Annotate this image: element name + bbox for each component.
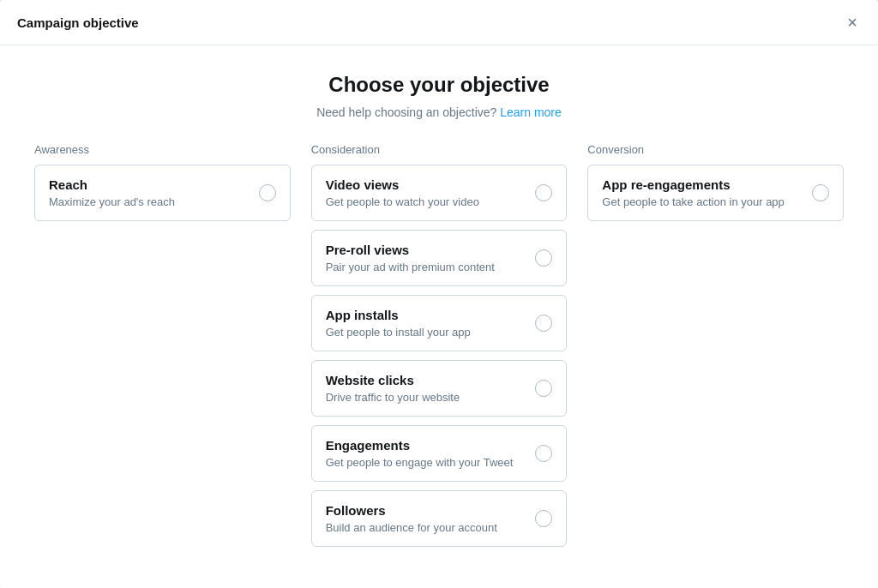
option-text: Video viewsGet people to watch your vide… (326, 177, 526, 208)
radio-button[interactable] (535, 380, 552, 397)
modal-header-title: Campaign objective (17, 15, 139, 30)
radio-button[interactable] (535, 249, 552, 267)
option-card-1-4[interactable]: EngagementsGet people to engage with you… (311, 425, 568, 482)
option-title: Video views (326, 177, 526, 192)
option-desc: Build an audience for your account (326, 521, 526, 534)
radio-button[interactable] (259, 184, 276, 201)
option-text: App installsGet people to install your a… (326, 308, 526, 339)
option-desc: Get people to watch your video (326, 195, 526, 208)
option-text: ReachMaximize your ad's reach (49, 177, 249, 208)
column-1: ConsiderationVideo viewsGet people to wa… (311, 143, 568, 555)
option-text: FollowersBuild an audience for your acco… (326, 503, 526, 534)
option-card-1-2[interactable]: App installsGet people to install your a… (311, 295, 568, 351)
option-title: Engagements (326, 438, 526, 453)
option-desc: Maximize your ad's reach (49, 195, 249, 208)
option-title: Reach (49, 177, 249, 192)
option-card-0-0[interactable]: ReachMaximize your ad's reach (34, 165, 291, 221)
modal-subtitle: Need help choosing an objective? Learn m… (34, 105, 844, 119)
option-card-2-0[interactable]: App re-engagementsGet people to take act… (587, 165, 844, 221)
column-0: AwarenessReachMaximize your ad's reach (34, 143, 291, 230)
modal-header: Campaign objective × (0, 0, 878, 45)
option-title: Pre-roll views (326, 243, 526, 257)
option-text: EngagementsGet people to engage with you… (326, 438, 526, 469)
campaign-objective-modal: Campaign objective × Choose your objecti… (0, 0, 878, 588)
option-title: App installs (326, 308, 526, 322)
column-label-1: Consideration (311, 143, 568, 156)
close-button[interactable]: × (844, 14, 861, 31)
option-text: Website clicksDrive traffic to your webs… (326, 373, 526, 404)
option-text: Pre-roll viewsPair your ad with premium … (326, 243, 526, 273)
option-card-1-5[interactable]: FollowersBuild an audience for your acco… (311, 490, 568, 547)
option-title: Website clicks (326, 373, 526, 387)
radio-button[interactable] (535, 445, 552, 462)
option-desc: Pair your ad with premium content (326, 261, 526, 273)
option-text: App re-engagementsGet people to take act… (602, 177, 802, 208)
option-title: App re-engagements (602, 177, 802, 192)
option-desc: Get people to take action in your app (602, 195, 802, 208)
radio-button[interactable] (535, 315, 552, 332)
radio-button[interactable] (812, 184, 829, 201)
column-label-2: Conversion (587, 143, 844, 156)
column-2: ConversionApp re-engagementsGet people t… (587, 143, 844, 230)
option-desc: Get people to engage with your Tweet (326, 456, 526, 469)
option-card-1-1[interactable]: Pre-roll viewsPair your ad with premium … (311, 230, 568, 286)
option-title: Followers (326, 503, 526, 518)
objective-columns: AwarenessReachMaximize your ad's reachCo… (34, 143, 844, 555)
radio-button[interactable] (535, 510, 552, 527)
column-label-0: Awareness (34, 143, 291, 156)
radio-button[interactable] (535, 184, 552, 201)
learn-more-link[interactable]: Learn more (500, 105, 562, 119)
option-card-1-0[interactable]: Video viewsGet people to watch your vide… (311, 165, 568, 221)
modal-body: Choose your objective Need help choosing… (0, 45, 878, 588)
page-title: Choose your objective (34, 73, 844, 97)
option-desc: Drive traffic to your website (326, 391, 526, 404)
option-desc: Get people to install your app (326, 326, 526, 339)
option-card-1-3[interactable]: Website clicksDrive traffic to your webs… (311, 360, 568, 417)
